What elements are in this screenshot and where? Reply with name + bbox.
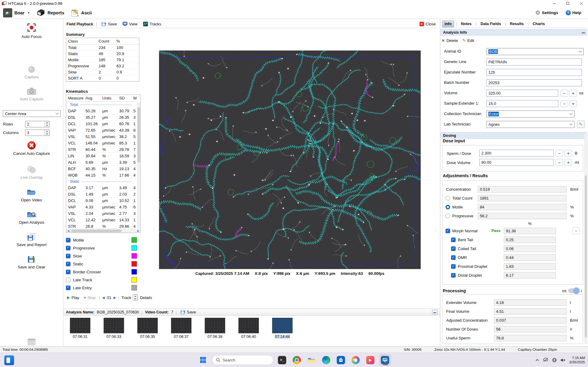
tab-notes[interactable]: Notes — [459, 21, 474, 27]
field-tracks-button[interactable]: Tracks — [142, 21, 163, 27]
taskbar-icon-chrome[interactable] — [291, 354, 303, 366]
thumbnail-image[interactable] — [272, 318, 293, 333]
start-button[interactable] — [197, 354, 209, 366]
collapse-icon[interactable]: ▬ — [582, 31, 585, 34]
previous-frame-button[interactable]: ◀ — [102, 296, 104, 300]
taskbar-clock[interactable]: 7:15 AM 3/25/2025 — [569, 356, 585, 365]
tab-info[interactable]: Info — [442, 21, 454, 27]
sample-extender-1-decrement[interactable]: – — [560, 100, 568, 107]
sample-extender-1-input[interactable]: 15.0 — [486, 100, 558, 107]
stop-button[interactable]: ■Stop — [83, 295, 97, 301]
settings-button[interactable]: ⚙ Settings — [533, 8, 560, 17]
auto-capture-button[interactable]: Auto Capture — [0, 87, 63, 101]
sample-extender-1-increment[interactable]: + — [569, 100, 577, 107]
track-spin-arrows[interactable]: ▲▼ — [132, 295, 137, 300]
track-stepper[interactable]: 0 ▲▼ — [133, 294, 138, 301]
columns-spin-arrows[interactable]: ▲▼ — [44, 130, 49, 136]
checkbox-late-track[interactable] — [66, 278, 70, 282]
thumbnail-07-06-38[interactable]: 07:06:38 — [205, 318, 225, 346]
cancel-auto-capture-button[interactable]: Cancel Auto Capture — [0, 141, 63, 156]
right-panel-scrollbar[interactable] — [584, 133, 587, 344]
distal-droplet-checkbox[interactable] — [451, 273, 456, 278]
taskbar-icon-terminal[interactable]: >_ — [276, 354, 288, 366]
ejaculate-number-input[interactable]: 125 — [486, 69, 582, 76]
morph-collapse-button[interactable]: – — [572, 227, 580, 234]
batch-number-input[interactable]: 20253 — [486, 79, 582, 86]
scrollbar-thumb[interactable] — [71, 230, 122, 232]
thumbnail-image[interactable] — [171, 318, 192, 333]
reports-button[interactable]: Reports — [33, 8, 67, 18]
thumbnail-image[interactable] — [238, 318, 259, 333]
thumbnail-07-06-40[interactable]: 07:06:40 — [238, 318, 259, 346]
lab-technician-edit-button[interactable]: ✎ — [577, 121, 585, 128]
kinematics-horizontal-scrollbar[interactable]: ◀ ▶ — [66, 229, 140, 233]
taskbar-icon-store[interactable] — [335, 354, 347, 366]
sperm-dose-input[interactable]: 2.300 — [479, 150, 554, 157]
edit-button[interactable]: ✎Edit — [462, 38, 474, 43]
panel-minimize-button[interactable]: ▬ — [432, 310, 438, 314]
live-overlay-button[interactable]: Live Overlay — [0, 165, 63, 180]
auto-focus-button[interactable]: Auto Focus — [0, 22, 63, 39]
dose-volume-input[interactable]: 80.00 — [479, 159, 554, 166]
bent-tail-checkbox[interactable] — [451, 238, 456, 242]
capture-button[interactable]: Capture — [0, 66, 63, 79]
open-analysis-button[interactable]: Open Analysis — [0, 210, 63, 225]
help-button[interactable]: ? Help — [563, 9, 584, 16]
rows-stepper[interactable]: 2 ▲▼ — [25, 121, 50, 127]
field-close-button[interactable]: ✕ Close — [419, 22, 436, 26]
taskbar-icon-media-player[interactable]: ▶ — [365, 354, 376, 366]
video-display[interactable] — [159, 51, 421, 269]
morph-normal-checkbox[interactable] — [446, 229, 450, 233]
checkbox-motile[interactable] — [66, 238, 70, 242]
tab-data-fields[interactable]: Data Fields — [478, 21, 503, 27]
network-icon[interactable] — [552, 358, 557, 362]
taskbar-icon-file-explorer[interactable] — [306, 354, 317, 366]
maximize-button[interactable] — [561, 0, 575, 7]
scroll-left-arrow[interactable]: ◀ — [66, 230, 70, 232]
progressive-radio[interactable] — [446, 214, 450, 218]
thumbnail-07-06-35[interactable]: 07:06:35 — [137, 318, 158, 346]
delete-button[interactable]: ✕Delete — [442, 38, 458, 43]
thumbnail-07-06-33[interactable]: 07:06:33 — [104, 318, 124, 346]
save-and-report-button[interactable]: Save and Report — [0, 233, 63, 247]
open-video-button[interactable]: Open Video — [0, 188, 63, 202]
sperm-dose-increment[interactable]: + — [564, 150, 572, 157]
video-canvas[interactable] — [159, 51, 421, 269]
total-count-radio[interactable] — [446, 196, 450, 200]
checkbox-static[interactable] — [66, 262, 70, 266]
collection-technician-combo[interactable]: Ector — [486, 110, 575, 118]
thumbnail-image[interactable] — [70, 318, 90, 333]
checkbox-border-crosser[interactable] — [66, 270, 70, 274]
checkbox-late-entry[interactable] — [66, 286, 70, 290]
unit-toggle[interactable] — [568, 288, 579, 293]
volume-decrement[interactable]: – — [560, 90, 568, 97]
rows-spin-arrows[interactable]: ▲▼ — [44, 121, 49, 127]
dose-volume-decrement[interactable]: – — [556, 159, 563, 166]
area-select-combo[interactable]: Center Area — [3, 110, 61, 117]
taskbar-icon-photos[interactable] — [350, 354, 362, 366]
lab-technician-combo[interactable]: Agnes — [486, 121, 575, 128]
thumbnail-image[interactable] — [137, 318, 158, 333]
columns-stepper[interactable]: 3 ▲▼ — [25, 129, 50, 136]
checkbox-slow[interactable] — [66, 254, 70, 258]
thumbnail-07-14-44[interactable]: 07:14:44 — [272, 318, 293, 346]
thumbnail-image[interactable] — [104, 318, 124, 333]
volume-muted-icon[interactable] — [560, 358, 566, 362]
dose-volume-increment[interactable]: + — [564, 159, 572, 166]
onedrive-icon[interactable] — [543, 358, 548, 362]
sperm-dose-decrement[interactable]: – — [556, 150, 563, 157]
kinematics-vertical-scrollbar[interactable] — [137, 102, 140, 228]
search-input[interactable]: Search — [212, 355, 273, 365]
scroll-right-arrow[interactable]: ▶ — [136, 230, 140, 232]
boar-button[interactable]: Boar ▼ — [0, 7, 33, 18]
dmr-checkbox[interactable] — [451, 255, 456, 260]
motile-radio[interactable] — [446, 205, 450, 209]
checkbox-progressive[interactable] — [66, 246, 70, 250]
play-button[interactable]: ▶Play — [66, 295, 81, 301]
scrollbar-thumb[interactable] — [585, 175, 587, 338]
tab-results[interactable]: Results — [508, 21, 526, 27]
close-button[interactable] — [575, 0, 588, 7]
minimize-button[interactable] — [548, 0, 561, 7]
genetic-line-input[interactable]: PIETRAIN — [486, 58, 582, 66]
tab-charts[interactable]: Charts — [531, 21, 547, 27]
